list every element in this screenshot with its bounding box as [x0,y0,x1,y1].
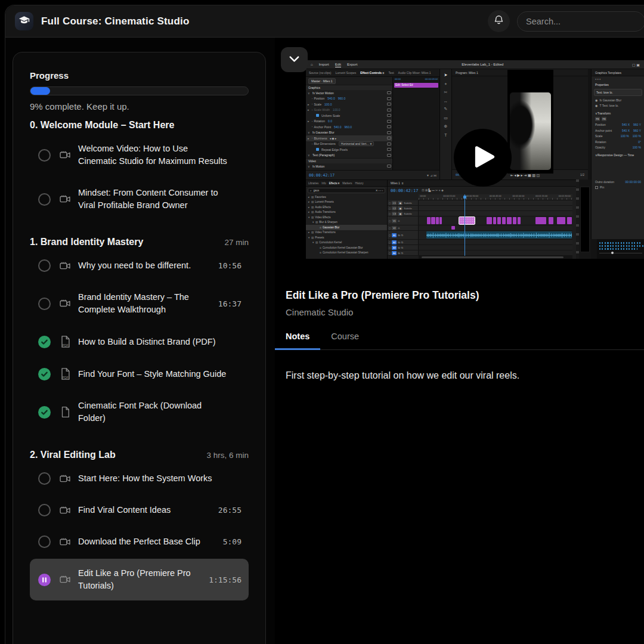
premiere-menubar: ⌂ ImportEditExport Elevenlabs Lab_1 - Ed… [306,60,644,69]
lesson-title: Start Here: How the System Works [78,472,228,485]
module-duration: 27 min [224,238,249,247]
progress-subtext: 9% complete. Keep it up. [30,101,249,112]
track-header: ◻C3▣Subtitle [388,211,419,216]
pdf-icon: PDF [58,367,72,380]
track-header: ◻V1⊙ [388,216,419,225]
module-heading: 2. Viral Editing Lab3 hrs, 6 min [30,450,249,460]
lesson-item[interactable]: Why you need to be different.10:56 [30,251,249,280]
lesson-item[interactable]: Edit Like a Pro (Premiere Pro Tutorials)… [30,559,249,600]
lesson-title: Find Your Font – Style Matching Guide [78,368,228,380]
lesson-title: Why you need to be different. [78,259,213,272]
track-content [419,250,572,255]
track-content [419,211,572,216]
lesson-title: Cinematic Font Pack (Download Folder) [78,400,228,425]
chevron-down-icon [287,52,301,68]
app-window: Full Course: Cinematic Studio Search... … [5,5,644,644]
audio-track: ◻A4Ⓜ Ⓢ [388,250,572,256]
lesson-duration: 16:37 [213,299,242,308]
timeline-clip [535,217,546,224]
lesson-item[interactable]: PDFFind Your Font – Style Matching Guide [30,359,249,389]
lesson-item[interactable]: Download the Perfect Base Clip5:09 [30,527,249,556]
lesson-title: Download the Perfect Base Clip [78,535,218,548]
progress-label: Progress [30,70,249,80]
timeline-clip [557,217,565,224]
premiere-effect-controls-panel: Source (no clips)Lumetri ScopesEffect Co… [306,69,440,179]
ec-section-header: Video [306,158,393,163]
ec-property-row: ◔Blur DimensionsHorizontal and Vert… ▾ [306,141,393,147]
module-title: 1. Brand Identity Mastery [30,237,143,247]
ec-property-row: ▸◔Scale Width100.0 [306,107,393,113]
ec-property-row: ∨Text (Paragraph) [306,153,393,159]
radio-circle [38,298,51,310]
ec-property-row: ∨fx Gaussian Blur [306,130,393,136]
lesson-item[interactable]: PDFHow to Build a Distinct Brand (PDF) [30,327,249,357]
premiere-window-title: Elevenlabs Lab_1 - Edited [462,63,503,66]
svg-text:PDF: PDF [62,376,68,379]
timeline-clip [567,217,572,224]
video-icon [58,536,72,548]
lesson-item[interactable]: Find Viral Content Ideas26:55 [30,496,249,525]
tab-course[interactable]: Course [320,327,370,349]
video-title: Edit Like a Pro (Premiere Pro Tutorials) [286,289,633,302]
audio-track: ◻A3Ⓜ Ⓢ [388,245,572,250]
module-title: 0. Welcome Module – Start Here [30,120,174,131]
timeline-clip [513,217,516,224]
radio-circle [38,472,51,485]
track-content [419,206,572,210]
ec-property-row: ▸◔Blurriness◂ ◆ ▸ [306,135,393,141]
lesson-item[interactable]: Brand Identity Mastery – The Complete Wa… [30,283,249,324]
ec-property-row: Repeat Edge Pixels [306,147,393,153]
check-circle-icon [38,406,51,419]
module-duration: 3 hrs, 6 min [206,451,249,460]
program-video-frame: .... [507,70,553,174]
track-content [419,231,572,239]
radio-circle [38,193,51,206]
lesson-title: Welcome Video: How to Use Cinematic Stud… [78,143,228,168]
track-header: ◻A2Ⓜ Ⓢ [388,240,419,244]
ec-property-row: ▸◔Scale100.0 [306,101,393,107]
track-header: ◻A4Ⓜ Ⓢ [388,250,419,255]
audio-track-1: ◻A1Ⓜ Ⓢ [388,231,572,240]
premiere-timeline-panel: Miles 1≡ 00:00:42:17 ⊡ ⊞ ▙ ⊶ ✂ ⌖ ◈ 00:00… [388,179,576,259]
lesson-item[interactable]: Welcome Video: How to Use Cinematic Stud… [30,134,249,176]
effect-controls-timecode: 00:00:42:17 [309,173,335,178]
video-player[interactable]: ⌂ ImportEditExport Elevenlabs Lab_1 - Ed… [275,38,644,276]
timeline-clip [493,217,496,224]
pause-circle-icon [38,574,51,586]
ec-property-row: ◔Anchor Point540.0960.0 [306,124,393,130]
lesson-duration: 1:15:56 [204,575,242,584]
notifications-button[interactable] [488,10,510,32]
track-header: ◻A1Ⓜ Ⓢ [388,231,419,239]
video-track-1: ◻V1⊙ [388,216,572,225]
search-input[interactable]: Search... [517,11,644,32]
subtitle-track: ◻C2▣Subtitle [388,206,572,211]
search-placeholder: Search... [526,17,561,26]
video-icon [58,504,72,516]
track-header: ◻C2▣Subtitle [388,206,419,210]
module-heading: 0. Welcome Module – Start Here [30,120,249,131]
track-content [419,240,572,244]
lesson-title: Find Viral Content Ideas [78,504,213,516]
ec-property-row: Uniform Scale [306,113,393,119]
lesson-item[interactable]: Cinematic Font Pack (Download Folder) [30,391,249,433]
video-icon [58,473,72,485]
page-title: Full Course: Cinematic Studio [41,16,190,27]
module-title: 2. Viral Editing Lab [30,450,116,460]
check-circle-icon [38,336,51,348]
search-icon: ⌕ [310,189,312,192]
play-button[interactable] [454,129,512,187]
content-tabs: Notes Course [275,327,644,350]
tab-notes[interactable]: Notes [275,327,320,349]
timeline-timecode: 00:00:42:17 [391,188,418,193]
timeline-clip [502,217,506,224]
progress-bar [30,86,249,95]
radio-circle [38,504,51,516]
premiere-toolbar: ➤⌖✂↔✎▭⊕T [440,69,452,179]
video-icon [58,260,72,272]
main-content: ⌂ ImportEditExport Elevenlabs Lab_1 - Ed… [275,38,644,644]
radio-circle [38,535,51,548]
lesson-item[interactable]: Mindset: From Content Consumer to Viral … [30,178,249,220]
lesson-item[interactable]: Start Here: How the System Works [30,464,249,493]
radio-circle [38,149,51,162]
collapse-player-button[interactable] [281,47,308,72]
